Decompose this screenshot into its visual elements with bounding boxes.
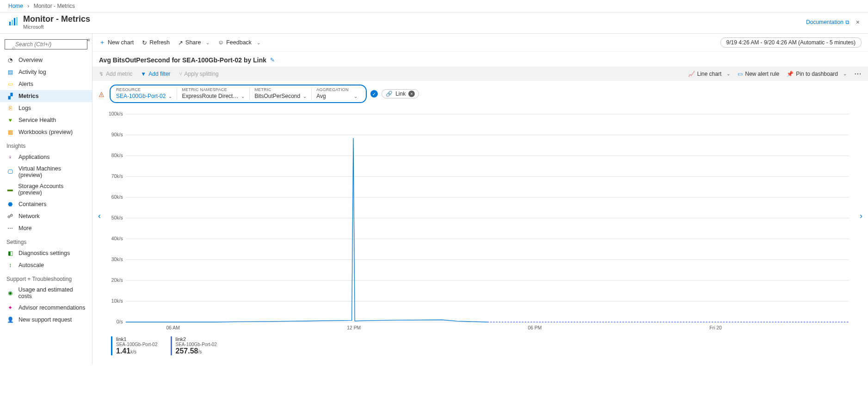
vm-icon: 🖵 (6, 168, 14, 176)
sidebar: « ⌕ ◔Overview ▤Activity log ▭Alerts ▞Met… (0, 34, 92, 365)
alerts-icon: ▭ (6, 80, 14, 88)
link-icon: 🔗 (386, 91, 393, 97)
chevron-down-icon: ⌄ (206, 40, 209, 45)
sidebar-item-alerts[interactable]: ▭Alerts (0, 78, 92, 90)
share-button[interactable]: ↗Share⌄ (178, 39, 209, 46)
health-icon: ♥ (6, 116, 14, 124)
refresh-button[interactable]: ↻Refresh (142, 39, 170, 46)
sidebar-section-support: Support + Troubleshooting (0, 271, 92, 284)
chevron-down-icon: ⌄ (726, 71, 730, 76)
sidebar-item-network[interactable]: ☍Network (0, 210, 92, 222)
chart-prev-icon[interactable]: ‹ (98, 211, 101, 221)
svg-text:30k/s: 30k/s (111, 257, 123, 262)
chart-title: Avg BitsOutPerSecond for SEA-100Gb-Port-… (99, 56, 266, 64)
feedback-button[interactable]: ☺Feedback⌄ (218, 39, 260, 46)
sidebar-item-logs[interactable]: ⎘Logs (0, 102, 92, 114)
split-icon: ⑂ (179, 71, 182, 77)
sidebar-item-vms[interactable]: 🖵Virtual Machines (preview) (0, 163, 92, 181)
chevron-down-icon: ⌄ (241, 94, 245, 99)
containers-icon: ⬣ (6, 201, 14, 208)
search-input[interactable] (5, 39, 87, 49)
add-metric-button[interactable]: ↯Add metric (99, 71, 132, 77)
edit-title-icon[interactable]: ✎ (270, 57, 275, 63)
warning-icon: ◬ (99, 90, 104, 97)
time-range-picker[interactable]: 9/19 4:26 AM - 9/20 4:26 AM (Automatic -… (720, 37, 862, 48)
overview-icon: ◔ (6, 56, 14, 64)
svg-text:40k/s: 40k/s (111, 236, 123, 241)
plus-icon: ＋ (99, 38, 105, 47)
sidebar-item-storage[interactable]: ▬Storage Accounts (preview) (0, 181, 92, 198)
filter-icon: ▼ (141, 71, 146, 77)
new-alert-rule-button[interactable]: ▭New alert rule (738, 71, 779, 77)
breadcrumb-home[interactable]: Home (8, 3, 23, 9)
svg-text:80k/s: 80k/s (111, 153, 123, 158)
add-filter-button[interactable]: ▼Add filter (141, 71, 170, 77)
alert-icon: ▭ (738, 71, 743, 77)
documentation-link[interactable]: Documentation⧉ (806, 19, 850, 25)
svg-rect-0 (9, 22, 11, 25)
svg-text:06 PM: 06 PM (528, 325, 542, 330)
chevron-down-icon: ⌄ (843, 71, 847, 76)
search-icon: ⌕ (12, 44, 15, 51)
line-chart[interactable]: 0/s10k/s20k/s30k/s40k/s50k/s60k/s70k/s80… (102, 110, 859, 331)
sidebar-item-activity-log[interactable]: ▤Activity log (0, 66, 92, 78)
sidebar-section-insights: Insights (0, 138, 92, 151)
resource-label: RESOURCE (116, 87, 172, 92)
page-subtitle: Microsoft (23, 24, 90, 30)
sidebar-item-applications[interactable]: ♀Applications (0, 151, 92, 163)
metric-dropdown[interactable]: BitsOutPerSecond⌄ (254, 92, 307, 100)
refresh-icon: ↻ (142, 39, 147, 46)
resource-dropdown[interactable]: SEA-100Gb-Port-02⌄ (116, 92, 172, 100)
workbooks-icon: ▦ (6, 128, 14, 136)
svg-text:06 AM: 06 AM (166, 325, 179, 330)
pin-icon: 📌 (787, 71, 794, 77)
sidebar-item-autoscale[interactable]: ↕Autoscale (0, 259, 92, 271)
sidebar-item-overview[interactable]: ◔Overview (0, 54, 92, 66)
svg-text:Fri 20: Fri 20 (709, 325, 722, 330)
legend-item-link2[interactable]: link2 SEA-100Gb-Port-02 257.58/s (171, 336, 217, 355)
svg-text:100k/s: 100k/s (109, 111, 123, 116)
sidebar-item-support-request[interactable]: 👤New support request (0, 314, 92, 326)
support-icon: 👤 (6, 316, 14, 323)
page-header: Monitor - Metrics Microsoft Documentatio… (0, 12, 868, 34)
feedback-icon: ☺ (218, 39, 224, 46)
chart-next-icon[interactable]: › (860, 211, 862, 221)
svg-text:0/s: 0/s (117, 319, 123, 324)
legend-item-link1[interactable]: link1 SEA-100Gb-Port-02 1.41k/s (111, 336, 158, 355)
main-content: ＋New chart ↻Refresh ↗Share⌄ ☺Feedback⌄ 9… (92, 34, 868, 365)
new-chart-button[interactable]: ＋New chart (99, 38, 134, 47)
svg-text:12 PM: 12 PM (347, 325, 361, 330)
remove-pill-icon[interactable]: × (408, 91, 415, 97)
activity-log-icon: ▤ (6, 68, 14, 76)
add-metric-icon: ↯ (99, 71, 104, 77)
svg-text:60k/s: 60k/s (111, 195, 123, 200)
chart-legend: link1 SEA-100Gb-Port-02 1.41k/s link2 SE… (92, 333, 868, 365)
breadcrumb-separator: › (27, 3, 29, 9)
monitor-icon (8, 16, 18, 28)
aggregation-label: AGGREGATION (316, 87, 357, 92)
svg-text:50k/s: 50k/s (111, 215, 123, 220)
chart-type-dropdown[interactable]: 📈Line chart⌄ (688, 71, 731, 77)
sidebar-item-metrics[interactable]: ▞Metrics (0, 90, 92, 102)
close-icon[interactable]: × (856, 18, 860, 26)
sidebar-item-diagnostics[interactable]: ◧Diagnostics settings (0, 247, 92, 259)
confirm-icon[interactable]: ✓ (370, 90, 378, 97)
storage-icon: ▬ (6, 186, 13, 193)
apply-splitting-button[interactable]: ⑂Apply splitting (179, 71, 219, 77)
sidebar-item-containers[interactable]: ⬣Containers (0, 198, 92, 210)
split-pill-link[interactable]: 🔗Link× (382, 89, 419, 98)
sidebar-item-advisor[interactable]: ✦Advisor recommendations (0, 302, 92, 314)
autoscale-icon: ↕ (6, 262, 14, 269)
namespace-dropdown[interactable]: ExpressRoute Direct…⌄ (182, 92, 245, 100)
metric-selector-group: RESOURCE SEA-100Gb-Port-02⌄ METRIC NAMES… (110, 85, 367, 103)
sidebar-item-service-health[interactable]: ♥Service Health (0, 114, 92, 126)
breadcrumb-current: Monitor - Metrics (34, 3, 75, 9)
chevron-down-icon: ⌄ (168, 94, 172, 99)
pin-to-dashboard-button[interactable]: 📌Pin to dashboard⌄ (787, 71, 847, 77)
sidebar-item-more[interactable]: ⋯More (0, 222, 92, 234)
sidebar-item-workbooks[interactable]: ▦Workbooks (preview) (0, 126, 92, 138)
more-options-button[interactable]: ⋯ (854, 69, 862, 78)
sidebar-item-usage[interactable]: ◉Usage and estimated costs (0, 284, 92, 302)
aggregation-dropdown[interactable]: Avg⌄ (316, 92, 357, 100)
chart-area: ‹ › 0/s10k/s20k/s30k/s40k/s50k/s60k/s70k… (102, 110, 859, 333)
